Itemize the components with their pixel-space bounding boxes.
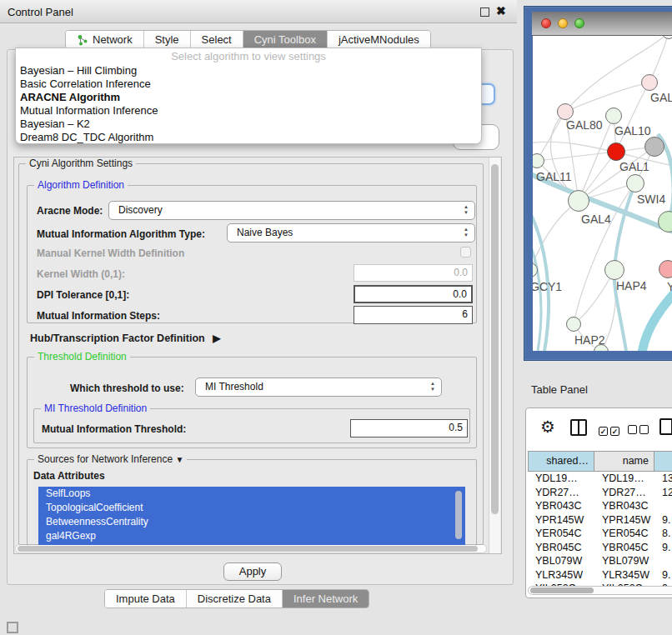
- tab-impute-data[interactable]: Impute Data: [105, 590, 187, 608]
- dropdown-item-selected[interactable]: ARACNE Algorithm: [16, 91, 481, 104]
- manual-kernel-checkbox[interactable]: [460, 247, 471, 258]
- gear-icon[interactable]: ⚙: [540, 417, 555, 437]
- node-selected-red[interactable]: [607, 142, 625, 161]
- node-gal1[interactable]: [626, 174, 644, 192]
- data-attributes-list[interactable]: SelfLoops TopologicalCoefficient Between…: [38, 487, 465, 545]
- apply-button[interactable]: Apply: [223, 562, 282, 581]
- node-label: GAL4: [581, 212, 611, 226]
- table-panel-title: Table Panel: [531, 383, 588, 396]
- hub-definition-toggle[interactable]: Hub/Transcription Factor Definition ▶: [30, 332, 220, 344]
- column-header[interactable]: name: [594, 451, 654, 472]
- list-item[interactable]: gal4RGexp: [38, 529, 465, 543]
- scrollbar-thumb[interactable]: [530, 588, 594, 593]
- scrollbar-thumb[interactable]: [18, 546, 478, 552]
- stepper-icon: ▲▼: [430, 381, 435, 392]
- tab-select[interactable]: Select: [191, 31, 243, 48]
- tab-infer-network[interactable]: Infer Network: [283, 590, 369, 608]
- scrollbar-thumb[interactable]: [491, 164, 499, 514]
- stepper-icon: ▲▼: [464, 227, 469, 238]
- settings-vertical-scrollbar[interactable]: [489, 158, 500, 553]
- tab-jactivemnodules[interactable]: jActiveMNodules: [328, 31, 430, 48]
- node-label: GCY1: [533, 280, 562, 293]
- group-title: MI Threshold Definition: [41, 402, 150, 414]
- node-label: HAP2: [574, 333, 605, 347]
- minimize-window-icon[interactable]: [558, 18, 568, 28]
- table-row[interactable]: YER054C YER054C 8.: [528, 527, 672, 541]
- control-panel-titlebar: Control Panel ✖: [0, 0, 517, 23]
- node-gray[interactable]: [644, 137, 664, 157]
- which-threshold-label: Which threshold to use:: [70, 382, 184, 394]
- screen: Control Panel ✖ Network Style Select Cyn…: [0, 0, 672, 635]
- node-label: GAL11: [536, 170, 572, 183]
- node-gal4[interactable]: [568, 190, 589, 212]
- list-scrollbar-thumb[interactable]: [455, 491, 462, 539]
- dropdown-placeholder: Select algorithm to view settings: [16, 49, 481, 64]
- columns-icon[interactable]: [570, 419, 587, 436]
- float-panel-icon[interactable]: [480, 8, 489, 17]
- dock-panel-icon[interactable]: [7, 622, 18, 633]
- table-row[interactable]: YLR345W YLR345W 9.: [528, 568, 672, 582]
- table-row[interactable]: YPR145W YPR145W 9.: [528, 513, 672, 528]
- table-row[interactable]: YBR045C YBR045C 9.: [528, 541, 672, 555]
- dropdown-item[interactable]: Bayesian – K2: [16, 118, 481, 131]
- dropdown-item[interactable]: Basic Correlation Inference: [16, 78, 481, 91]
- node-hap4[interactable]: [604, 260, 624, 280]
- node-salmon[interactable]: [659, 260, 672, 278]
- node-label: GAL: [650, 91, 672, 104]
- mi-threshold-field[interactable]: 0.5: [350, 419, 468, 438]
- list-item[interactable]: BetweennessCentrality: [38, 515, 465, 529]
- node-gal10[interactable]: [605, 108, 622, 124]
- node-label: SWI4: [637, 192, 665, 206]
- kernel-width-field[interactable]: 0.0: [354, 264, 473, 282]
- dropdown-item[interactable]: Dream8 DC_TDC Algorithm: [16, 131, 481, 144]
- select-all-icon[interactable]: ✓✓: [599, 422, 622, 438]
- table-row[interactable]: YBR043C YBR043C: [528, 499, 672, 513]
- tab-cyni-toolbox[interactable]: Cyni Toolbox: [243, 31, 328, 48]
- network-window-titlebar[interactable]: [532, 12, 672, 36]
- group-title: Cyni Algorithm Settings: [26, 158, 136, 169]
- tab-discretize-data[interactable]: Discretize Data: [187, 590, 283, 608]
- column-header[interactable]: [654, 451, 672, 472]
- mi-steps-field[interactable]: 6: [354, 306, 473, 324]
- deselect-all-icon[interactable]: [628, 422, 651, 438]
- stepper-icon: ▲▼: [464, 204, 469, 216]
- algorithm-dropdown-popup: Select algorithm to view settings Bayesi…: [15, 48, 482, 144]
- node-hap2[interactable]: [566, 317, 581, 332]
- dropdown-item[interactable]: Mutual Information Inference: [16, 104, 481, 118]
- table-panel: ⚙ ✓✓ shared… name YDL19… YDL19… 13 YDR27…: [525, 408, 672, 598]
- node-label: Y: [667, 280, 672, 293]
- table-row[interactable]: YDL19… YDL19… 13: [528, 472, 672, 486]
- table-header: shared… name: [528, 451, 672, 472]
- dpi-tolerance-field[interactable]: 0.0: [354, 285, 473, 303]
- list-item[interactable]: TopologicalCoefficient: [38, 501, 465, 515]
- mi-steps-label: Mutual Information Steps:: [37, 310, 160, 322]
- mi-type-label: Mutual Information Algorithm Type:: [37, 228, 205, 240]
- table-row[interactable]: YBL079W YBL079W: [528, 554, 672, 568]
- aracne-mode-combo[interactable]: Discovery ▲▼: [108, 201, 475, 220]
- table-horizontal-scrollbar[interactable]: [528, 586, 672, 595]
- node-gal80[interactable]: [557, 103, 574, 120]
- close-window-icon[interactable]: [541, 18, 551, 28]
- zoom-window-icon[interactable]: [574, 18, 584, 28]
- network-canvas[interactable]: GAL GAL80 GAL10 GAL1 GAL11 SWI4 GAL4 GCY…: [533, 36, 672, 351]
- file-icon[interactable]: [659, 418, 672, 435]
- tab-style[interactable]: Style: [144, 31, 191, 48]
- node[interactable]: [641, 74, 658, 91]
- group-title: Threshold Definition: [34, 351, 130, 362]
- mi-type-combo[interactable]: Naive Bayes ▲▼: [227, 223, 475, 242]
- column-header[interactable]: shared…: [528, 451, 594, 472]
- dropdown-item[interactable]: Bayesian – Hill Climbing: [16, 64, 481, 78]
- dpi-tolerance-label: DPI Tolerance [0,1]:: [37, 289, 129, 301]
- node-label: GAL1: [619, 160, 649, 173]
- control-panel-title: Control Panel: [8, 6, 73, 18]
- list-item[interactable]: SelfLoops: [38, 487, 465, 501]
- which-threshold-combo[interactable]: MI Threshold ▲▼: [195, 378, 442, 397]
- data-attributes-label: Data Attributes: [33, 470, 105, 482]
- table-row[interactable]: YDR27… YDR27… 12: [528, 486, 672, 500]
- sources-toggle[interactable]: Sources for Network Inference ▼: [34, 453, 187, 465]
- node-label: GAL10: [614, 124, 651, 138]
- close-icon[interactable]: ✖: [496, 4, 506, 18]
- tab-network[interactable]: Network: [66, 31, 144, 48]
- network-icon: [77, 34, 88, 46]
- chevron-down-icon: ▼: [175, 455, 183, 464]
